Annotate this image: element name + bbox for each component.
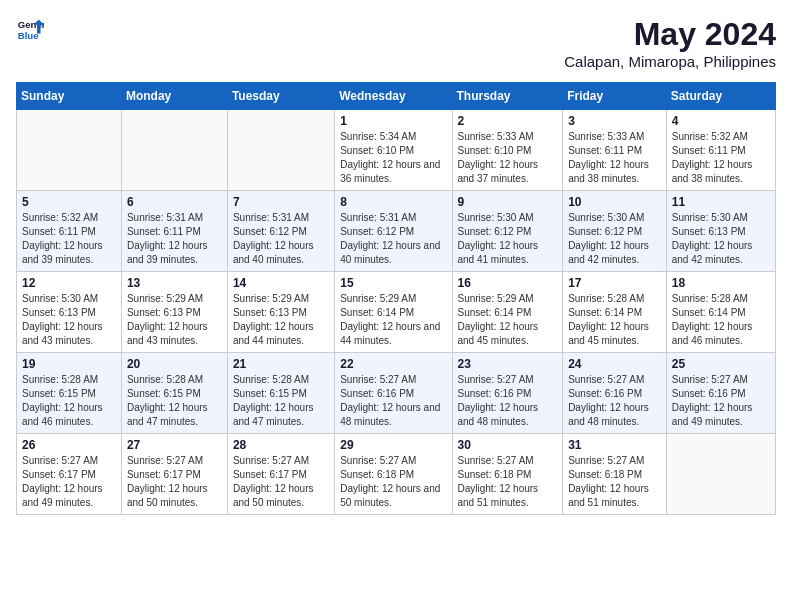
- calendar-cell: [17, 110, 122, 191]
- calendar-cell: [666, 434, 775, 515]
- weekday-header: Saturday: [666, 83, 775, 110]
- calendar-cell: 11Sunrise: 5:30 AMSunset: 6:13 PMDayligh…: [666, 191, 775, 272]
- day-number: 7: [233, 195, 329, 209]
- day-number: 16: [458, 276, 558, 290]
- calendar-cell: 20Sunrise: 5:28 AMSunset: 6:15 PMDayligh…: [121, 353, 227, 434]
- calendar-cell: [227, 110, 334, 191]
- day-info: Sunrise: 5:27 AMSunset: 6:16 PMDaylight:…: [672, 373, 770, 429]
- calendar-cell: 14Sunrise: 5:29 AMSunset: 6:13 PMDayligh…: [227, 272, 334, 353]
- calendar-cell: 24Sunrise: 5:27 AMSunset: 6:16 PMDayligh…: [563, 353, 667, 434]
- weekday-header: Thursday: [452, 83, 563, 110]
- day-number: 19: [22, 357, 116, 371]
- day-number: 31: [568, 438, 661, 452]
- calendar-cell: [121, 110, 227, 191]
- day-info: Sunrise: 5:30 AMSunset: 6:12 PMDaylight:…: [458, 211, 558, 267]
- svg-text:Blue: Blue: [18, 30, 39, 41]
- calendar-cell: 25Sunrise: 5:27 AMSunset: 6:16 PMDayligh…: [666, 353, 775, 434]
- calendar-week-row: 12Sunrise: 5:30 AMSunset: 6:13 PMDayligh…: [17, 272, 776, 353]
- calendar-cell: 2Sunrise: 5:33 AMSunset: 6:10 PMDaylight…: [452, 110, 563, 191]
- calendar-table: SundayMondayTuesdayWednesdayThursdayFrid…: [16, 82, 776, 515]
- calendar-cell: 6Sunrise: 5:31 AMSunset: 6:11 PMDaylight…: [121, 191, 227, 272]
- day-number: 8: [340, 195, 446, 209]
- main-title: May 2024: [564, 16, 776, 53]
- weekday-header: Tuesday: [227, 83, 334, 110]
- day-info: Sunrise: 5:27 AMSunset: 6:17 PMDaylight:…: [22, 454, 116, 510]
- calendar-week-row: 19Sunrise: 5:28 AMSunset: 6:15 PMDayligh…: [17, 353, 776, 434]
- day-info: Sunrise: 5:29 AMSunset: 6:14 PMDaylight:…: [340, 292, 446, 348]
- calendar-cell: 26Sunrise: 5:27 AMSunset: 6:17 PMDayligh…: [17, 434, 122, 515]
- day-info: Sunrise: 5:28 AMSunset: 6:15 PMDaylight:…: [233, 373, 329, 429]
- day-info: Sunrise: 5:28 AMSunset: 6:15 PMDaylight:…: [22, 373, 116, 429]
- day-number: 13: [127, 276, 222, 290]
- calendar-cell: 31Sunrise: 5:27 AMSunset: 6:18 PMDayligh…: [563, 434, 667, 515]
- calendar-week-row: 1Sunrise: 5:34 AMSunset: 6:10 PMDaylight…: [17, 110, 776, 191]
- day-info: Sunrise: 5:27 AMSunset: 6:17 PMDaylight:…: [127, 454, 222, 510]
- calendar-cell: 30Sunrise: 5:27 AMSunset: 6:18 PMDayligh…: [452, 434, 563, 515]
- day-number: 1: [340, 114, 446, 128]
- weekday-header: Monday: [121, 83, 227, 110]
- day-number: 12: [22, 276, 116, 290]
- day-info: Sunrise: 5:31 AMSunset: 6:12 PMDaylight:…: [233, 211, 329, 267]
- calendar-cell: 8Sunrise: 5:31 AMSunset: 6:12 PMDaylight…: [335, 191, 452, 272]
- calendar-cell: 27Sunrise: 5:27 AMSunset: 6:17 PMDayligh…: [121, 434, 227, 515]
- day-info: Sunrise: 5:27 AMSunset: 6:16 PMDaylight:…: [340, 373, 446, 429]
- day-info: Sunrise: 5:32 AMSunset: 6:11 PMDaylight:…: [672, 130, 770, 186]
- calendar-cell: 19Sunrise: 5:28 AMSunset: 6:15 PMDayligh…: [17, 353, 122, 434]
- logo: General Blue: [16, 16, 44, 44]
- calendar-cell: 18Sunrise: 5:28 AMSunset: 6:14 PMDayligh…: [666, 272, 775, 353]
- day-number: 21: [233, 357, 329, 371]
- day-info: Sunrise: 5:31 AMSunset: 6:11 PMDaylight:…: [127, 211, 222, 267]
- calendar-cell: 28Sunrise: 5:27 AMSunset: 6:17 PMDayligh…: [227, 434, 334, 515]
- day-info: Sunrise: 5:30 AMSunset: 6:13 PMDaylight:…: [22, 292, 116, 348]
- calendar-cell: 12Sunrise: 5:30 AMSunset: 6:13 PMDayligh…: [17, 272, 122, 353]
- day-number: 17: [568, 276, 661, 290]
- day-number: 27: [127, 438, 222, 452]
- calendar-cell: 9Sunrise: 5:30 AMSunset: 6:12 PMDaylight…: [452, 191, 563, 272]
- day-number: 26: [22, 438, 116, 452]
- calendar-cell: 7Sunrise: 5:31 AMSunset: 6:12 PMDaylight…: [227, 191, 334, 272]
- header: General Blue May 2024 Calapan, Mimaropa,…: [16, 16, 776, 70]
- day-info: Sunrise: 5:29 AMSunset: 6:13 PMDaylight:…: [233, 292, 329, 348]
- day-info: Sunrise: 5:27 AMSunset: 6:18 PMDaylight:…: [340, 454, 446, 510]
- day-number: 29: [340, 438, 446, 452]
- day-number: 25: [672, 357, 770, 371]
- day-number: 2: [458, 114, 558, 128]
- day-number: 9: [458, 195, 558, 209]
- day-info: Sunrise: 5:27 AMSunset: 6:18 PMDaylight:…: [458, 454, 558, 510]
- calendar-cell: 1Sunrise: 5:34 AMSunset: 6:10 PMDaylight…: [335, 110, 452, 191]
- calendar-cell: 15Sunrise: 5:29 AMSunset: 6:14 PMDayligh…: [335, 272, 452, 353]
- weekday-row: SundayMondayTuesdayWednesdayThursdayFrid…: [17, 83, 776, 110]
- day-info: Sunrise: 5:27 AMSunset: 6:16 PMDaylight:…: [568, 373, 661, 429]
- weekday-header: Wednesday: [335, 83, 452, 110]
- day-number: 4: [672, 114, 770, 128]
- calendar-week-row: 26Sunrise: 5:27 AMSunset: 6:17 PMDayligh…: [17, 434, 776, 515]
- calendar-cell: 21Sunrise: 5:28 AMSunset: 6:15 PMDayligh…: [227, 353, 334, 434]
- day-number: 15: [340, 276, 446, 290]
- weekday-header: Friday: [563, 83, 667, 110]
- day-number: 18: [672, 276, 770, 290]
- day-info: Sunrise: 5:28 AMSunset: 6:15 PMDaylight:…: [127, 373, 222, 429]
- calendar-body: 1Sunrise: 5:34 AMSunset: 6:10 PMDaylight…: [17, 110, 776, 515]
- calendar-cell: 13Sunrise: 5:29 AMSunset: 6:13 PMDayligh…: [121, 272, 227, 353]
- day-number: 23: [458, 357, 558, 371]
- day-info: Sunrise: 5:30 AMSunset: 6:12 PMDaylight:…: [568, 211, 661, 267]
- calendar-week-row: 5Sunrise: 5:32 AMSunset: 6:11 PMDaylight…: [17, 191, 776, 272]
- day-info: Sunrise: 5:29 AMSunset: 6:14 PMDaylight:…: [458, 292, 558, 348]
- day-info: Sunrise: 5:30 AMSunset: 6:13 PMDaylight:…: [672, 211, 770, 267]
- calendar-cell: 23Sunrise: 5:27 AMSunset: 6:16 PMDayligh…: [452, 353, 563, 434]
- calendar-cell: 22Sunrise: 5:27 AMSunset: 6:16 PMDayligh…: [335, 353, 452, 434]
- day-number: 6: [127, 195, 222, 209]
- calendar-cell: 3Sunrise: 5:33 AMSunset: 6:11 PMDaylight…: [563, 110, 667, 191]
- calendar-cell: 10Sunrise: 5:30 AMSunset: 6:12 PMDayligh…: [563, 191, 667, 272]
- subtitle: Calapan, Mimaropa, Philippines: [564, 53, 776, 70]
- calendar-header: SundayMondayTuesdayWednesdayThursdayFrid…: [17, 83, 776, 110]
- day-number: 22: [340, 357, 446, 371]
- day-info: Sunrise: 5:34 AMSunset: 6:10 PMDaylight:…: [340, 130, 446, 186]
- calendar-cell: 4Sunrise: 5:32 AMSunset: 6:11 PMDaylight…: [666, 110, 775, 191]
- calendar-cell: 17Sunrise: 5:28 AMSunset: 6:14 PMDayligh…: [563, 272, 667, 353]
- day-info: Sunrise: 5:29 AMSunset: 6:13 PMDaylight:…: [127, 292, 222, 348]
- title-area: May 2024 Calapan, Mimaropa, Philippines: [564, 16, 776, 70]
- day-info: Sunrise: 5:33 AMSunset: 6:10 PMDaylight:…: [458, 130, 558, 186]
- day-number: 5: [22, 195, 116, 209]
- calendar-cell: 5Sunrise: 5:32 AMSunset: 6:11 PMDaylight…: [17, 191, 122, 272]
